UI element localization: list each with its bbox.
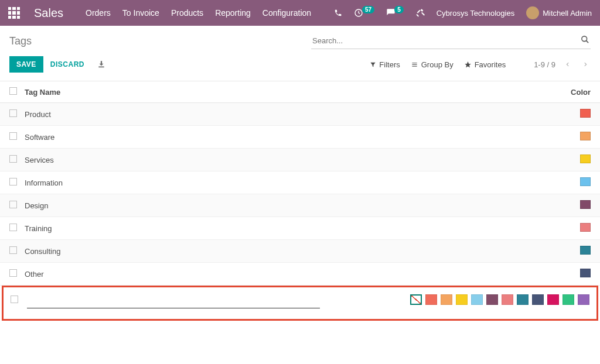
col-color[interactable]: Color — [555, 88, 591, 97]
palette-swatch[interactable] — [425, 294, 437, 305]
search-icon[interactable] — [581, 35, 589, 44]
groupby-label: Group By — [421, 60, 454, 69]
table-row[interactable]: Software — [0, 126, 600, 149]
color-swatch[interactable] — [580, 132, 591, 140]
row-checkbox[interactable] — [9, 269, 17, 277]
color-swatch[interactable] — [580, 246, 591, 255]
palette-swatch[interactable] — [441, 294, 452, 305]
palette-swatch-none[interactable] — [410, 294, 422, 305]
table-row[interactable]: Other — [0, 263, 600, 286]
tag-name: Product — [25, 110, 555, 119]
tag-name: Design — [25, 201, 555, 210]
pager-text: 1-9 / 9 — [534, 60, 555, 69]
color-swatch[interactable] — [580, 154, 591, 163]
row-checkbox[interactable] — [9, 178, 17, 186]
pager-next[interactable] — [580, 60, 591, 68]
palette-swatch[interactable] — [547, 294, 559, 305]
tools-icon[interactable] — [415, 8, 425, 18]
color-swatch[interactable] — [580, 269, 591, 277]
user-menu[interactable]: Mitchell Admin — [526, 6, 592, 19]
palette-swatch[interactable] — [456, 294, 468, 305]
svg-point-1 — [582, 36, 587, 42]
tag-name: Information — [25, 178, 555, 187]
color-swatch[interactable] — [580, 223, 591, 232]
activity-badge: 57 — [362, 6, 374, 13]
tag-name: Other — [25, 270, 555, 279]
row-checkbox[interactable] — [9, 201, 17, 208]
palette-swatch[interactable] — [517, 294, 529, 305]
color-swatch[interactable] — [580, 200, 591, 209]
palette-swatch[interactable] — [471, 294, 483, 305]
color-palette — [410, 292, 589, 305]
export-icon[interactable] — [97, 60, 105, 68]
nav-products[interactable]: Products — [171, 8, 203, 18]
new-tag-name-input[interactable] — [27, 292, 320, 308]
nav-configuration[interactable]: Configuration — [262, 8, 311, 18]
row-checkbox[interactable] — [9, 155, 17, 163]
groupby-button[interactable]: Group By — [411, 60, 454, 69]
breadcrumb: Tags — [9, 35, 32, 47]
table-row[interactable]: Design — [0, 194, 600, 217]
color-swatch[interactable] — [580, 109, 591, 118]
favorites-button[interactable]: Favorites — [464, 60, 506, 69]
table-row[interactable]: Information — [0, 171, 600, 194]
tag-name: Training — [25, 224, 555, 233]
top-nav: Orders To Invoice Products Reporting Con… — [86, 8, 311, 18]
avatar — [526, 6, 539, 19]
palette-swatch[interactable] — [486, 294, 498, 305]
table-row[interactable]: Training — [0, 217, 600, 240]
table-row[interactable]: Consulting — [0, 240, 600, 263]
filters-button[interactable]: Filters — [370, 60, 400, 69]
top-right: 57 5 Cybrosys Technologies Mitchell Admi… — [334, 6, 592, 19]
filters-label: Filters — [379, 60, 400, 69]
discuss-icon[interactable]: 5 — [386, 8, 404, 18]
palette-swatch[interactable] — [532, 294, 544, 305]
row-checkbox[interactable] — [9, 246, 17, 254]
table-row[interactable]: Product — [0, 103, 600, 126]
new-tag-row — [2, 286, 598, 321]
tag-name: Software — [25, 133, 555, 142]
col-tag-name[interactable]: Tag Name — [25, 88, 555, 97]
search-wrap — [311, 33, 591, 49]
pager: 1-9 / 9 — [534, 60, 591, 69]
table-row[interactable]: Services — [0, 149, 600, 171]
pager-prev[interactable] — [562, 60, 573, 68]
table-header: Tag Name Color — [0, 81, 600, 103]
palette-swatch[interactable] — [578, 294, 589, 305]
top-bar: Sales Orders To Invoice Products Reporti… — [0, 0, 600, 26]
apps-icon[interactable] — [8, 7, 20, 19]
discard-button[interactable]: DISCARD — [50, 60, 84, 68]
nav-reporting[interactable]: Reporting — [215, 8, 251, 18]
tag-name: Consulting — [25, 247, 555, 256]
nav-to-invoice[interactable]: To Invoice — [122, 8, 159, 18]
palette-swatch[interactable] — [502, 294, 513, 305]
row-checkbox[interactable] — [9, 132, 17, 140]
user-name: Mitchell Admin — [543, 9, 592, 18]
select-all-checkbox[interactable] — [9, 87, 17, 95]
row-checkbox[interactable] — [9, 224, 17, 231]
nav-orders[interactable]: Orders — [86, 8, 111, 18]
discuss-badge: 5 — [394, 6, 404, 13]
tags-table: Tag Name Color ProductSoftwareServicesIn… — [0, 81, 600, 321]
save-button[interactable]: SAVE — [9, 56, 43, 73]
new-row-checkbox[interactable] — [11, 296, 18, 303]
search-input[interactable] — [311, 33, 591, 49]
favorites-label: Favorites — [475, 60, 506, 69]
company-selector[interactable]: Cybrosys Technologies — [437, 9, 514, 18]
color-swatch[interactable] — [580, 177, 591, 186]
phone-icon[interactable] — [334, 9, 342, 17]
row-checkbox[interactable] — [9, 109, 17, 117]
tag-name: Services — [25, 156, 555, 164]
activity-icon[interactable]: 57 — [354, 8, 374, 18]
palette-swatch[interactable] — [562, 294, 574, 305]
app-title: Sales — [34, 6, 63, 20]
